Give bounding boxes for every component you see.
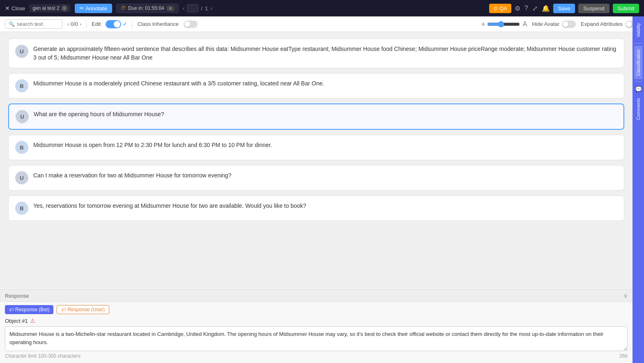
close-icon: ✕	[5, 5, 10, 11]
nav-current-input[interactable]: 1	[187, 4, 198, 12]
nav-total: 1	[205, 5, 208, 11]
clock-icon: ⏱	[121, 5, 126, 11]
toolbar: 🔍 ‹ 0/0 › Edit ✓ Class Inheritance A A H…	[0, 16, 644, 32]
hide-avatar-label: Hide Avatar	[532, 21, 559, 27]
tag-icon: 🏷	[9, 307, 14, 312]
warning-icon[interactable]: ⚠	[30, 317, 35, 324]
right-sidebar: Validity Classification 💬 Comments	[632, 16, 644, 363]
search-input[interactable]	[17, 21, 59, 27]
edit-toggle[interactable]	[106, 20, 121, 28]
conversation-area: U Generate an approximately fifteen-word…	[0, 32, 632, 289]
pause-button[interactable]: ⏸	[167, 6, 174, 11]
message-card[interactable]: U Generate an approximately fifteen-word…	[8, 39, 624, 68]
sidebar-tab-validity[interactable]: Validity	[634, 20, 642, 41]
app-header: ✕ Close gen ai test 2 i ✏ Annotate ⏱ Due…	[0, 0, 644, 16]
expand-attributes-control: Expand Attributes	[581, 21, 639, 28]
message-text: Can I make a reservation for two at Mids…	[33, 171, 231, 180]
collapse-icon[interactable]: ∨	[623, 292, 628, 299]
message-card[interactable]: B Midsummer House is open from 12 PM to …	[8, 135, 624, 160]
sidebar-tab-comments[interactable]: Comments	[634, 95, 642, 123]
task-name-badge: gen ai test 2 i	[29, 4, 70, 12]
toolbar-divider-2	[132, 20, 132, 28]
search-count: 0/0	[71, 21, 78, 27]
nav-controls: ‹ 1 / 1 ›	[183, 4, 212, 12]
sidebar-divider	[634, 81, 642, 82]
response-section: Response ∨ 🏷 Response (Bot) 🏷 Response (…	[0, 289, 632, 363]
hide-avatar-toggle[interactable]	[562, 21, 576, 28]
pencil-icon: ✏	[80, 5, 84, 11]
edit-toggle-group: ✓	[106, 20, 127, 28]
tag-icon: 🏷	[61, 307, 66, 312]
message-card-selected[interactable]: U What are the opening hours of Midsumme…	[8, 103, 624, 130]
search-icon: 🔍	[9, 21, 15, 27]
avatar: U	[15, 45, 28, 58]
avatar: B	[15, 141, 28, 154]
save-button[interactable]: Save	[553, 4, 575, 13]
char-limit-label: Character limit 100-300 characters	[5, 352, 80, 360]
response-tabs: 🏷 Response (Bot) 🏷 Response (User)	[5, 305, 628, 314]
font-small-icon: A	[482, 22, 485, 27]
message-card[interactable]: B Yes, reservations for tomorrow evening…	[8, 195, 624, 221]
response-user-tab[interactable]: 🏷 Response (User)	[57, 305, 109, 314]
font-large-icon: A	[522, 21, 527, 28]
search-nav-count: ‹ 0/0 ›	[67, 21, 81, 27]
response-header: Response ∨	[0, 290, 632, 302]
search-box: 🔍	[5, 19, 62, 29]
submit-button[interactable]: Submit	[613, 4, 639, 13]
class-inheritance-label: Class Inheritance	[137, 21, 178, 27]
object-label: Object #1 ⚠	[5, 317, 628, 324]
message-card[interactable]: B Midsummer House is a moderately priced…	[8, 73, 624, 99]
response-bot-tab[interactable]: 🏷 Response (Bot)	[5, 305, 53, 314]
due-label: Due in: 01:55:04	[128, 5, 164, 11]
message-text: Yes, reservations for tomorrow evening a…	[33, 202, 306, 210]
qa-button[interactable]: ⊙ QA	[489, 4, 511, 13]
close-button[interactable]: ✕ Close	[5, 5, 25, 11]
help-icon[interactable]: ?	[524, 5, 528, 12]
edit-toggle-label: ✓	[123, 21, 127, 27]
hide-avatar-control: Hide Avatar	[532, 21, 576, 28]
message-card[interactable]: U Can I make a reservation for two at Mi…	[8, 165, 624, 191]
avatar: U	[16, 110, 29, 123]
response-label: Response	[5, 293, 29, 299]
nav-next-arrow[interactable]: ›	[210, 5, 212, 11]
info-icon[interactable]: i	[62, 5, 67, 11]
message-text: Midsummer House is a moderately priced C…	[33, 79, 324, 88]
search-next-arrow[interactable]: ›	[80, 21, 81, 27]
avatar: B	[15, 202, 28, 215]
edit-label: Edit	[92, 21, 101, 27]
close-label: Close	[12, 5, 25, 11]
qa-icon: ⊙	[493, 5, 498, 11]
response-textarea[interactable]	[5, 326, 628, 351]
message-text: What are the opening hours of Midsummer …	[34, 110, 164, 119]
sidebar-tab-classification[interactable]: Classification	[634, 46, 642, 79]
right-toolbar: A A Hide Avatar Expand Attributes	[482, 21, 639, 28]
due-badge: ⏱ Due in: 01:55:04 ⏸	[116, 4, 179, 13]
message-text: Midsummer House is open from 12 PM to 2:…	[33, 141, 272, 149]
suspend-button[interactable]: Suspend	[578, 4, 609, 13]
message-text: Generate an approximately fifteen-word s…	[33, 45, 617, 62]
font-size-slider[interactable]	[487, 21, 520, 28]
toolbar-divider-1	[86, 20, 87, 28]
expand-attributes-label: Expand Attributes	[581, 21, 623, 27]
avatar: B	[15, 79, 28, 92]
class-inheritance-toggle[interactable]	[184, 21, 198, 28]
expand-icon[interactable]: ⤢	[532, 5, 538, 12]
avatar: U	[15, 171, 28, 184]
task-name: gen ai test 2	[32, 5, 59, 11]
sidebar-divider	[634, 43, 642, 44]
search-prev-arrow[interactable]: ‹	[67, 21, 69, 27]
nav-separator: /	[201, 5, 202, 11]
comments-icon[interactable]: 💬	[633, 84, 644, 94]
toolbar-icons: ⚙ ? ⤢ 🔔	[515, 5, 550, 12]
response-body: 🏷 Response (Bot) 🏷 Response (User) Objec…	[0, 302, 632, 363]
annotate-button[interactable]: ✏ Annotate	[75, 4, 112, 13]
notifications-icon[interactable]: 🔔	[542, 5, 550, 12]
font-size-control: A A	[482, 21, 527, 28]
nav-prev-arrow[interactable]: ‹	[183, 5, 185, 11]
char-count: 266	[619, 352, 628, 360]
settings-icon[interactable]: ⚙	[515, 5, 520, 12]
